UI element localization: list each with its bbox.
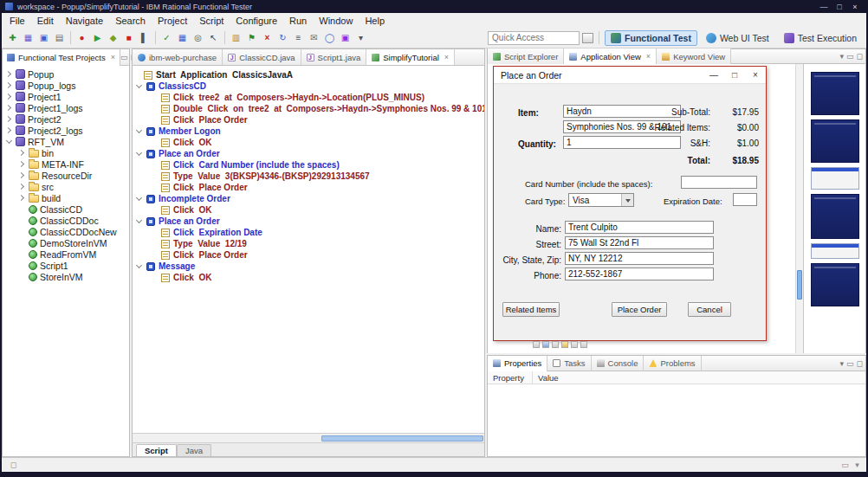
card-number-field[interactable] — [681, 176, 757, 189]
notification-icon[interactable]: ▭ — [840, 461, 850, 470]
menu-edit[interactable]: Edit — [31, 14, 60, 28]
script-action-line[interactable]: Click OK — [133, 137, 484, 148]
result-thumbnail[interactable] — [811, 72, 859, 115]
script-group-line[interactable]: Message — [133, 261, 484, 272]
script-action-line[interactable]: Double Click on tree2 at Composers->Hayd… — [133, 103, 484, 114]
menu-search[interactable]: Search — [109, 14, 152, 28]
tree-item-popup-logs[interactable]: Popup_logs — [3, 80, 129, 91]
dialog-minimize-button[interactable]: — — [703, 67, 724, 84]
object-map-icon[interactable]: ▦ — [175, 30, 190, 45]
new-project-icon[interactable]: ▦ — [21, 30, 36, 45]
minimize-view-icon[interactable]: ▭ — [846, 52, 854, 61]
flag-icon[interactable]: ⚑ — [244, 30, 259, 45]
tree-item-project2[interactable]: Project2 — [3, 113, 129, 125]
globe-icon[interactable]: ◯ — [322, 30, 337, 45]
tree-item-classiccddoc[interactable]: ClassicCDDoc — [3, 215, 129, 226]
window-minimize-button[interactable]: — — [816, 3, 832, 11]
result-thumbnail[interactable] — [811, 243, 859, 259]
window-close-button[interactable]: × — [847, 3, 863, 11]
scrollbar-thumb[interactable] — [321, 435, 483, 442]
script-group-line[interactable]: Member Logon — [133, 126, 484, 137]
menu-configure[interactable]: Configure — [230, 14, 283, 28]
menu-help[interactable]: Help — [359, 14, 391, 28]
name-field[interactable] — [565, 221, 714, 234]
minimize-view-icon[interactable]: ▭ — [846, 359, 854, 368]
verification-point-icon[interactable]: ✓ — [159, 30, 174, 45]
tree-item-classiccd[interactable]: ClassicCD — [3, 203, 129, 215]
script-action-line[interactable]: Click Place Order — [133, 182, 484, 193]
script-start-line[interactable]: Start Application ClassicsJavaA — [133, 69, 484, 81]
tab-application-view[interactable]: Application View× — [564, 48, 657, 64]
tree-item-rft-vm[interactable]: RFT_VM — [3, 136, 129, 147]
tab-script1-java[interactable]: JScript1.java — [301, 49, 367, 65]
tree-item-bin[interactable]: bin — [3, 147, 129, 158]
play-icon[interactable]: ▶ — [90, 30, 105, 45]
list-icon[interactable]: ≡ — [291, 30, 306, 45]
script-action-line[interactable]: Click OK — [133, 272, 484, 283]
close-icon[interactable]: × — [645, 52, 651, 61]
tree-item-readfromvm[interactable]: ReadFromVM — [3, 248, 129, 260]
script-group-line[interactable]: Place an Order — [133, 148, 484, 159]
menu-project[interactable]: Project — [152, 14, 193, 28]
stop-icon[interactable]: ■ — [121, 30, 136, 45]
tree-item-script1[interactable]: Script1 — [3, 260, 129, 271]
close-icon[interactable]: × — [109, 53, 115, 61]
script-action-line[interactable]: Click Expiration Date — [133, 227, 484, 238]
tab-properties[interactable]: Properties — [488, 356, 547, 371]
menu-window[interactable]: Window — [313, 14, 359, 28]
result-thumbnail[interactable] — [811, 194, 859, 239]
tree-item-project1[interactable]: Project1 — [3, 91, 129, 102]
script-action-line[interactable]: Click Place Order — [133, 114, 484, 126]
tab-simplifytutorial[interactable]: SimplifyTutorial× — [366, 49, 455, 65]
inspector-icon[interactable]: ◎ — [191, 30, 205, 45]
tab-functional-test-projects[interactable]: Functional Test Projects × — [3, 49, 120, 66]
tab-console[interactable]: Console — [592, 356, 645, 371]
script-action-line[interactable]: Click tree2 at Composers->Haydn->Locatio… — [133, 92, 484, 103]
camera-icon[interactable]: ▣ — [338, 30, 353, 45]
tab-problems[interactable]: Problems — [644, 356, 701, 371]
tab-keyword-view[interactable]: Keyword View — [657, 48, 731, 64]
perspective-web-ui-test[interactable]: Web UI Test — [700, 30, 775, 46]
place-order-button[interactable]: Place Order — [612, 302, 667, 317]
tree-item-demostoreinvm[interactable]: DemoStoreInVM — [3, 237, 129, 248]
window-maximize-button[interactable]: □ — [832, 3, 847, 11]
vertical-scrollbar[interactable] — [795, 64, 803, 353]
tree-item-storeinvm[interactable]: StoreInVM — [3, 271, 129, 282]
menu-file[interactable]: File — [3, 14, 31, 28]
tree-item-popup[interactable]: Popup — [3, 68, 129, 80]
quantity-field[interactable] — [563, 136, 681, 149]
script-action-line[interactable]: Click Card Number (include the spaces) — [133, 159, 484, 171]
tab-script-explorer[interactable]: Script Explorer — [488, 48, 564, 64]
dialog-close-button[interactable]: × — [745, 67, 766, 84]
related-items-button[interactable]: Related Items — [502, 302, 560, 317]
script-action-line[interactable]: Click Place Order — [133, 249, 484, 261]
script-action-line[interactable]: Click OK — [133, 204, 484, 216]
tree-item-classiccddocnew[interactable]: ClassicCDDocNew — [3, 226, 129, 237]
phone-field[interactable] — [565, 268, 714, 280]
street-field[interactable] — [565, 236, 714, 249]
quick-access-input[interactable] — [488, 31, 580, 45]
script-action-line[interactable]: Type Value 3(BKSP)4346-(BKSP)29291313456… — [133, 171, 484, 182]
mail-icon[interactable]: ✉ — [307, 30, 321, 45]
column-property[interactable]: Property — [488, 371, 533, 384]
result-thumbnail[interactable] — [811, 167, 859, 190]
cancel-button[interactable]: Cancel — [688, 302, 731, 317]
result-thumbnail[interactable] — [811, 119, 859, 163]
dropdown-icon[interactable]: ▾ — [353, 30, 368, 45]
view-menu-icon[interactable]: ▾ — [839, 52, 844, 61]
dialog-title-bar[interactable]: Place an Order — □ × — [494, 67, 766, 84]
script-action-line[interactable]: Type Value 12/19 — [133, 238, 484, 249]
card-type-select[interactable]: Visa — [568, 193, 634, 207]
record-icon[interactable]: ● — [74, 30, 89, 45]
delete-icon[interactable]: × — [260, 30, 275, 45]
result-thumbnail[interactable] — [811, 263, 859, 306]
pointer-icon[interactable]: ↖ — [206, 30, 221, 45]
perspective-functional-test[interactable]: Functional Test — [605, 30, 697, 46]
tab-java-view[interactable]: Java — [177, 444, 211, 456]
scrollbar-thumb[interactable] — [797, 270, 802, 300]
perspective-test-execution[interactable]: Test Execution — [778, 30, 863, 46]
open-perspective-icon[interactable] — [580, 30, 595, 45]
item-field[interactable] — [563, 105, 681, 118]
horizontal-scrollbar[interactable] — [133, 433, 484, 442]
tab-script-view[interactable]: Script — [136, 444, 177, 456]
